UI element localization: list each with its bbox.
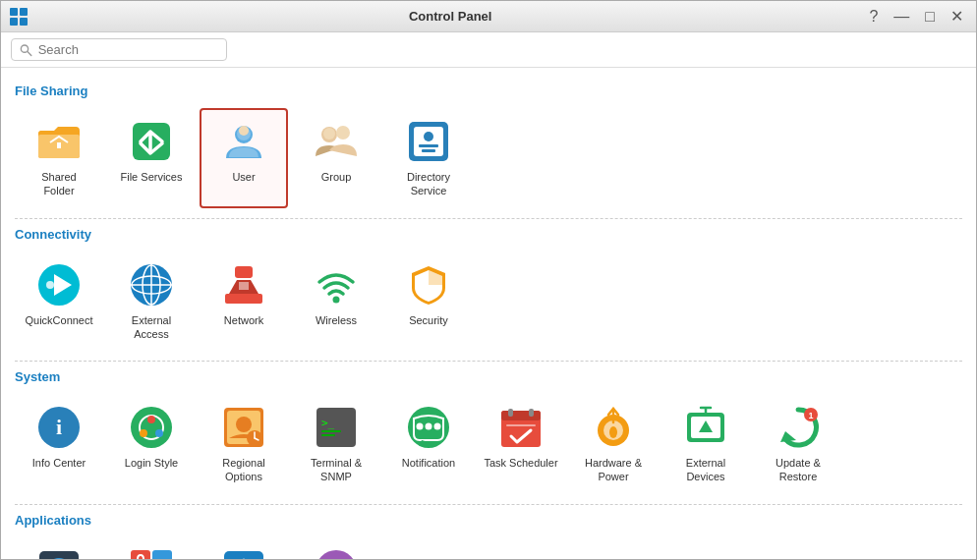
search-box[interactable] [11,38,227,61]
security-icon [405,261,452,308]
wireless-icon [313,261,360,308]
icon-item-network[interactable]: Network [200,252,288,352]
svg-rect-57 [508,409,513,417]
maximize-button[interactable]: □ [920,7,940,27]
info-center-label: Info Center [32,456,86,470]
svg-text:i: i [56,415,62,439]
file-services-icon [128,118,175,165]
svg-point-15 [323,128,335,140]
security-label: Security [409,313,448,327]
svg-rect-1 [20,8,28,16]
login-style-label: Login Style [125,456,178,470]
svg-rect-72 [39,551,79,559]
icon-item-external-access[interactable]: External Access [107,252,196,352]
svg-rect-0 [10,8,18,16]
icon-item-media-library[interactable]: Media Library [292,537,380,559]
content-area: File Sharing SharedFolder [1,68,976,559]
svg-marker-69 [780,431,796,442]
svg-point-38 [147,416,155,423]
svg-point-33 [333,296,340,303]
user-label: User [232,170,255,184]
icon-item-login-style[interactable]: Login Style [107,394,196,494]
icon-item-group[interactable]: Group [292,108,380,208]
window-title: Control Panel [36,9,864,24]
quickconnect-label: QuickConnect [25,313,92,327]
icon-item-task-scheduler[interactable]: Task Scheduler [477,394,565,494]
connectivity-grid: QuickConnect External Access [15,248,962,356]
help-button[interactable]: ? [864,7,883,27]
login-style-icon [128,404,175,451]
terminal-snmp-label: Terminal &SNMP [311,456,362,484]
section-title-applications: Applications [15,513,962,528]
application-portal-icon [220,547,267,559]
web-services-icon [35,547,83,559]
task-scheduler-icon [497,404,545,451]
svg-rect-50 [321,434,335,436]
svg-rect-29 [235,266,253,278]
svg-text:1: 1 [808,411,813,420]
network-icon [220,261,267,308]
icon-item-update-restore[interactable]: 1 Update &Restore [754,394,842,494]
svg-point-39 [155,429,163,437]
update-restore-label: Update &Restore [776,456,821,484]
svg-rect-59 [506,424,536,426]
svg-rect-49 [321,430,341,432]
icon-item-shared-folder[interactable]: SharedFolder [15,108,103,208]
svg-rect-32 [239,282,249,290]
icon-item-info-center[interactable]: i Info Center [15,394,103,494]
regional-options-label: RegionalOptions [222,456,264,484]
search-input[interactable] [38,42,218,57]
hardware-power-label: Hardware &Power [585,456,642,484]
group-icon [313,118,360,165]
shared-folder-label: SharedFolder [41,170,76,198]
external-devices-icon [682,404,729,451]
svg-point-18 [424,132,433,141]
external-devices-label: ExternalDevices [686,456,725,484]
directory-service-icon [405,118,452,165]
file-sharing-grid: SharedFolder File Services [15,104,962,212]
svg-point-53 [426,423,432,430]
icon-item-application-portal[interactable]: ApplicationPortal [200,537,288,559]
wireless-label: Wireless [316,313,357,327]
group-label: Group [321,170,352,184]
minimize-button[interactable]: — [889,7,914,27]
svg-line-5 [28,51,31,55]
network-label: Network [224,313,263,327]
external-access-label: External Access [113,313,190,342]
svg-rect-82 [224,551,263,559]
svg-point-23 [46,281,54,289]
system-grid: i Info Center Login Style [15,390,962,498]
media-library-icon [313,547,360,559]
icon-item-hardware-power[interactable]: Hardware &Power [569,394,658,494]
svg-rect-3 [20,18,28,26]
svg-point-4 [21,45,28,52]
icon-item-file-services[interactable]: File Services [107,108,196,208]
close-button[interactable]: ✕ [946,7,968,27]
icon-item-quickconnect[interactable]: QuickConnect [15,252,103,352]
icon-item-terminal-snmp[interactable]: >_ Terminal &SNMP [292,394,380,494]
svg-rect-8 [57,142,61,148]
svg-rect-2 [10,18,18,26]
icon-item-security[interactable]: Security [384,252,473,352]
icon-item-directory-service[interactable]: DirectoryService [384,108,473,208]
icon-item-user[interactable]: User [200,108,288,208]
user-icon [220,118,267,165]
icon-item-privileges[interactable]: Privileges [107,537,196,559]
section-title-connectivity: Connectivity [15,227,962,242]
svg-point-62 [609,426,617,438]
notification-label: Notification [402,456,455,470]
svg-point-40 [140,429,147,437]
icon-item-notification[interactable]: Notification [384,394,473,494]
icon-item-external-devices[interactable]: ExternalDevices [661,394,750,494]
svg-point-36 [131,407,172,448]
search-icon [20,43,32,57]
quickconnect-icon [35,261,83,308]
svg-rect-58 [529,409,534,417]
icon-item-regional-options[interactable]: RegionalOptions [200,394,288,494]
section-title-system: System [15,369,962,384]
applications-grid: Web Services Privileges [15,533,962,559]
window-controls: ? — □ ✕ [864,7,968,27]
icon-item-web-services[interactable]: Web Services [15,537,103,559]
icon-item-wireless[interactable]: Wireless [292,252,380,352]
app-icon [9,7,29,27]
